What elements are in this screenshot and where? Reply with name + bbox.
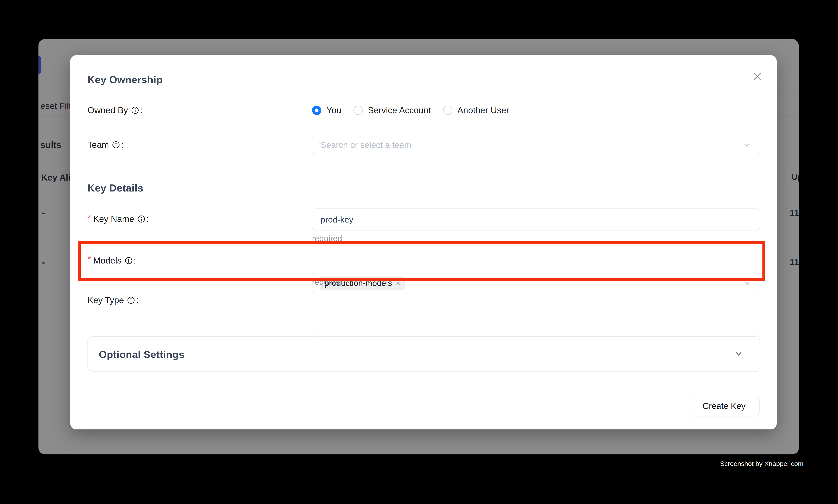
- key-name-label: * Key Name :: [88, 213, 149, 225]
- radio-unselected-icon[interactable]: [443, 106, 452, 115]
- optional-settings-toggle[interactable]: Optional Settings: [88, 336, 760, 372]
- radio-option-service-account[interactable]: Service Account: [353, 105, 431, 115]
- models-label: * Models :: [88, 255, 136, 266]
- key-name-label-text: Key Name: [93, 214, 134, 224]
- info-icon[interactable]: [138, 215, 145, 223]
- colon: :: [121, 140, 124, 150]
- radio-unselected-icon[interactable]: [353, 106, 363, 115]
- models-multiselect[interactable]: production-models: [312, 272, 760, 294]
- required-asterisk: *: [88, 254, 91, 265]
- key-details-heading: Key Details: [88, 182, 143, 194]
- key-name-validation-message: required: [312, 234, 342, 244]
- radio-option-label: Service Account: [368, 105, 431, 115]
- create-key-button[interactable]: Create Key: [689, 396, 760, 416]
- radio-option-you[interactable]: You: [312, 105, 341, 115]
- radio-selected-icon[interactable]: [312, 106, 321, 115]
- key-name-input[interactable]: [312, 209, 760, 231]
- key-type-label: Key Type :: [88, 294, 139, 306]
- models-validation-message: required: [312, 277, 342, 287]
- colon: :: [146, 214, 149, 224]
- required-asterisk: *: [88, 213, 91, 223]
- owned-by-label-text: Owned By: [88, 105, 128, 115]
- owned-by-label: Owned By :: [88, 105, 143, 116]
- info-icon[interactable]: [127, 296, 135, 304]
- watermark-text: Screenshot by Xnapper.com: [720, 460, 803, 468]
- key-name-field-wrap: [312, 209, 760, 231]
- radio-option-another-user[interactable]: Another User: [443, 105, 509, 115]
- colon: :: [136, 295, 139, 305]
- owned-by-radio-group: You Service Account Another User: [312, 105, 760, 116]
- info-icon[interactable]: [112, 141, 120, 149]
- tag-remove-icon[interactable]: [395, 280, 401, 286]
- key-type-label-text: Key Type: [88, 295, 124, 305]
- models-label-text: Models: [93, 255, 122, 266]
- screenshot-canvas: eset Filt sults Key Alia Up - 11/ - 11/ …: [0, 0, 838, 504]
- team-label-text: Team: [88, 140, 109, 150]
- info-icon[interactable]: [131, 106, 139, 114]
- chevron-down-icon: [743, 141, 751, 149]
- close-icon: [751, 70, 763, 83]
- colon: :: [140, 105, 143, 115]
- colon: :: [134, 255, 136, 266]
- info-icon[interactable]: [125, 257, 132, 265]
- team-select[interactable]: Search or select a team: [312, 134, 760, 156]
- team-label: Team :: [88, 139, 124, 150]
- key-ownership-modal: Key Ownership Owned By :: [70, 55, 777, 429]
- optional-settings-heading: Optional Settings: [99, 337, 184, 372]
- radio-option-label: Another User: [458, 105, 509, 115]
- chevron-down-icon: [743, 279, 751, 288]
- close-button[interactable]: [751, 70, 763, 83]
- modal-title: Key Ownership: [88, 74, 163, 85]
- chevron-down-icon: [733, 349, 744, 360]
- radio-option-label: You: [326, 105, 341, 115]
- team-select-placeholder: Search or select a team: [321, 140, 411, 150]
